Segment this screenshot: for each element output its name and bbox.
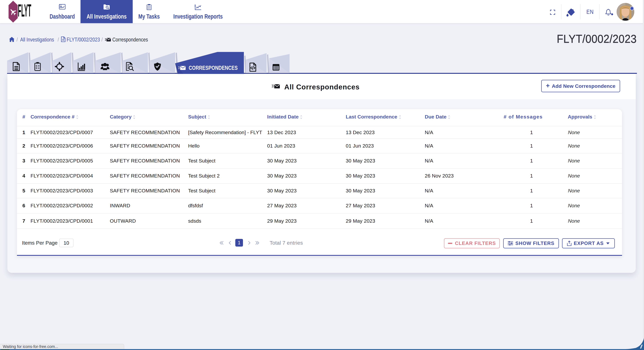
svg-text:CORRESPONDENCES: CORRESPONDENCES (189, 65, 238, 71)
